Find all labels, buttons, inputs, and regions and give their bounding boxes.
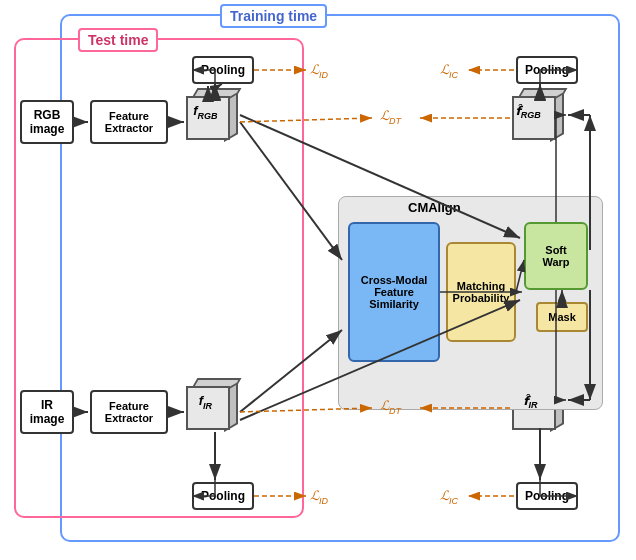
rgb-feature-extractor: FeatureExtractor (90, 100, 168, 144)
soft-warp-label: SoftWarp (542, 244, 569, 268)
f-ir-label: fIR (199, 393, 212, 411)
pooling-top-left: Pooling (192, 56, 254, 84)
ir-feature-extractor: FeatureExtractor (90, 390, 168, 434)
loss-id-top: ℒID (310, 62, 328, 80)
f-rgb-cube: fRGB (186, 88, 240, 142)
pooling-bot-left: Pooling (192, 482, 254, 510)
pooling-bot-right-label: Pooling (525, 489, 569, 503)
training-label: Training time (220, 4, 327, 28)
ir-feat-ext-label: FeatureExtractor (105, 400, 153, 424)
f-hat-rgb-label: f̂RGB (516, 104, 541, 120)
f-rgb-label: fRGB (193, 103, 217, 121)
loss-dt-ir: ℒDT (380, 398, 401, 416)
f-hat-rgb-cube: f̂RGB (512, 88, 566, 142)
ir-image-box: IRimage (20, 390, 74, 434)
mask-label: Mask (548, 311, 576, 323)
pooling-bot-right: Pooling (516, 482, 578, 510)
soft-warp-box: SoftWarp (524, 222, 588, 290)
loss-ic-top: ℒIC (440, 62, 458, 80)
pooling-top-right: Pooling (516, 56, 578, 84)
loss-ic-bot: ℒIC (440, 488, 458, 506)
rgb-image-box: RGBimage (20, 100, 74, 144)
test-label: Test time (78, 28, 158, 52)
loss-dt-rgb: ℒDT (380, 108, 401, 126)
diagram: Training time Test time RGBimage Feature… (0, 0, 636, 560)
matching-prob-box: MatchingProbability (446, 242, 516, 342)
cmalign-label: CMAlign (408, 200, 461, 215)
rgb-image-label: RGBimage (30, 108, 65, 136)
cmfs-box: Cross-ModalFeatureSimilarity (348, 222, 440, 362)
cmfs-label: Cross-ModalFeatureSimilarity (361, 274, 428, 310)
ir-image-label: IRimage (30, 398, 65, 426)
f-ir-cube: fIR (186, 378, 240, 432)
pooling-top-left-label: Pooling (201, 63, 245, 77)
rgb-feat-ext-label: FeatureExtractor (105, 110, 153, 134)
matching-prob-label: MatchingProbability (453, 280, 510, 304)
loss-id-bot: ℒID (310, 488, 328, 506)
mask-box: Mask (536, 302, 588, 332)
pooling-top-right-label: Pooling (525, 63, 569, 77)
pooling-bot-left-label: Pooling (201, 489, 245, 503)
f-hat-ir-label: f̂IR (523, 394, 537, 410)
